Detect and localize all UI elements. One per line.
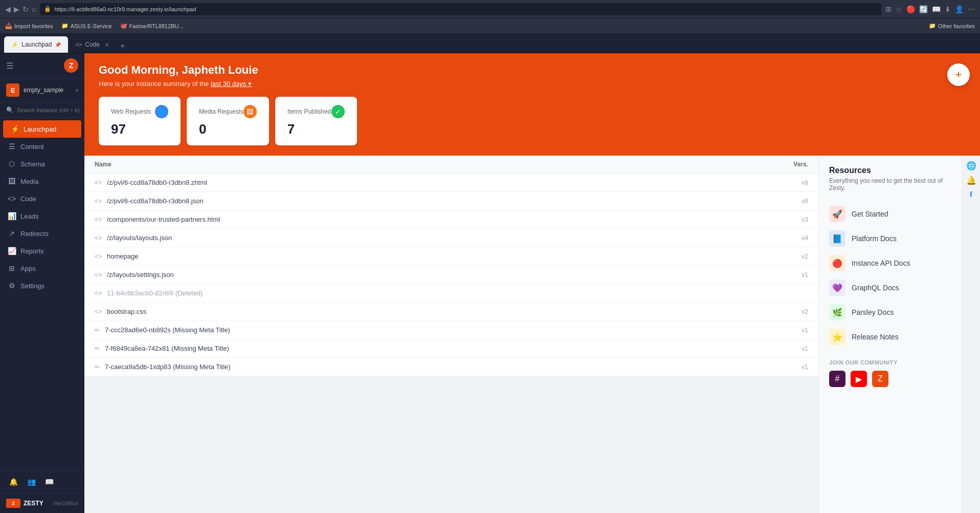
bookmark-icon[interactable]: ☆	[896, 5, 902, 13]
resource-parsley-docs[interactable]: 🌿 Parsley Docs	[829, 300, 951, 325]
resource-instance-api-docs[interactable]: 🔴 Instance API Docs	[829, 251, 951, 275]
lock-icon: 🔒	[44, 6, 51, 12]
bell-icon[interactable]: 🔔	[966, 176, 976, 185]
stat-card-media-requests: Media Requests 🖼 0	[187, 97, 269, 145]
download-icon[interactable]: ⬇	[945, 5, 951, 13]
table-row[interactable]: <> /z/pvl/6-ccd8a78db0-r3dbn8.zhtml v8	[84, 174, 818, 192]
leads-nav-label: Leads	[20, 212, 38, 220]
media-nav-label: Media	[20, 178, 38, 185]
content-area: Good Morning, Japheth Louie Here is your…	[84, 53, 980, 513]
resources-title: Resources	[829, 166, 951, 175]
help-icon[interactable]: 📖	[42, 475, 57, 489]
code-icon: <>	[95, 198, 102, 205]
table-row[interactable]: ✏ 7-ccc28ad6e0-nb892s (Missing Meta Titl…	[84, 321, 818, 339]
file-vers: v1	[777, 364, 808, 371]
add-button[interactable]: +	[947, 63, 970, 86]
code-icon: <>	[95, 234, 102, 242]
items-published-icon: ✓	[331, 105, 345, 118]
instance-selector[interactable]: E empty_sample ▾	[0, 78, 84, 102]
home-button[interactable]: ⌂	[32, 5, 36, 13]
table-row[interactable]: <> /components/our-trusted-partners.html…	[84, 210, 818, 229]
code-icon: <>	[95, 290, 102, 297]
blog-icon[interactable]: Z	[872, 371, 888, 387]
sidebar-item-redirects[interactable]: ↗ Redirects	[0, 225, 84, 242]
table-row[interactable]: ✏ 7-caeca9a5db-1xdp83 (Missing Meta Titl…	[84, 358, 818, 376]
resource-release-notes[interactable]: ⭐ Release Notes	[829, 325, 951, 349]
search-box[interactable]: 🔍	[0, 102, 84, 118]
hamburger-menu[interactable]: ☰	[6, 61, 13, 71]
globe-icon[interactable]: 🌐	[966, 161, 976, 170]
resource-graphql-docs[interactable]: 💜 GraphQL Docs	[829, 275, 951, 300]
table-row[interactable]: <> homepage v2	[84, 247, 818, 266]
table-row[interactable]: <> /z/layouts/settings.json v1	[84, 266, 818, 284]
code-nav-label: Code	[20, 195, 36, 203]
bookmark-import-favorites[interactable]: 📥 Import favorites	[5, 23, 53, 29]
sidebar-item-content[interactable]: ☰ Content	[0, 138, 84, 155]
profile-icon[interactable]: 👤	[955, 5, 964, 13]
slack-icon[interactable]: #	[829, 371, 845, 387]
table-row[interactable]: <> /z/layouts/layouts.json v4	[84, 229, 818, 247]
other-folder-icon: 📁	[929, 23, 936, 29]
url-bar[interactable]: 🔒 https://8-acbfed86a0-nc10r9.manager.ze…	[40, 3, 881, 15]
new-tab-button[interactable]: +	[116, 39, 129, 53]
notification-icon[interactable]: 🔔	[6, 475, 21, 489]
url-text: https://8-acbfed86a0-nc10r9.manager.zest…	[54, 6, 196, 12]
bookmark-other-favorites[interactable]: 📁 Other favorites	[929, 23, 975, 29]
tab-bar: ⚡ Launchpad 📌 <> Code ✕ +	[0, 34, 980, 53]
bookmark-asus[interactable]: 📁 ASUS E-Service	[61, 23, 112, 29]
code-icon: <>	[95, 308, 102, 315]
col-header-vers: Vers.	[777, 161, 808, 168]
sidebar-item-leads[interactable]: 📊 Leads	[0, 207, 84, 225]
users-icon[interactable]: 👥	[24, 475, 39, 489]
bookmark-fastoe[interactable]: 🐙 Fastoe/RTL8812BU...	[120, 23, 184, 29]
table-row[interactable]: ✏ 7-f6849ca8ea-742x81 (Missing Meta Titl…	[84, 339, 818, 358]
fastoe-label: Fastoe/RTL8812BU...	[129, 23, 184, 29]
sidebar-item-code[interactable]: <> Code	[0, 190, 84, 207]
launchpad-nav-label: Launchpad	[24, 125, 56, 133]
banner-period-link[interactable]: last 30 days ▾	[211, 80, 252, 88]
code-icon: <>	[95, 179, 102, 186]
extensions-icon[interactable]: ⊞	[885, 5, 892, 13]
file-name: 7-ccc28ad6e0-nb892s (Missing Meta Title)	[105, 326, 777, 334]
launchpad-nav-icon: ⚡	[10, 125, 19, 133]
resource-get-started[interactable]: 🚀 Get Started	[829, 202, 951, 226]
sidebar-item-schema[interactable]: ⬡ Schema	[0, 155, 84, 173]
code-tab-close[interactable]: ✕	[105, 42, 109, 48]
sidebar-item-apps[interactable]: ⊞ Apps	[0, 260, 84, 277]
zesty-ext-icon[interactable]: 🔴	[906, 5, 915, 13]
stat-value-web: 97	[111, 121, 168, 137]
youtube-icon[interactable]: ▶	[851, 371, 867, 387]
tab-launchpad[interactable]: ⚡ Launchpad 📌	[4, 36, 68, 53]
refresh-icon[interactable]: 🔄	[919, 5, 928, 13]
table-row[interactable]: <> /z/pvl/6-ccd8a78db0-r3dbn8.json v8	[84, 192, 818, 210]
stat-label-items: Items Published	[287, 108, 331, 115]
tab-code[interactable]: <> Code ✕	[68, 36, 116, 53]
back-button[interactable]: ◀	[5, 5, 11, 13]
resource-platform-docs[interactable]: 📘 Platform Docs	[829, 226, 951, 251]
redirects-nav-icon: ↗	[7, 229, 16, 238]
get-started-label: Get Started	[852, 210, 888, 218]
sidebar-item-media[interactable]: 🖼 Media	[0, 173, 84, 190]
facebook-icon[interactable]: f	[970, 190, 972, 199]
search-icon: 🔍	[6, 106, 14, 114]
reload-button[interactable]: ↻	[23, 5, 29, 13]
file-list-area: Name Vers. <> /z/pvl/6-ccd8a78db0-r3dbn8…	[84, 156, 818, 513]
more-icon[interactable]: ⋯	[968, 5, 975, 13]
github-icon: 🐙	[120, 23, 127, 29]
redirects-nav-label: Redirects	[20, 230, 49, 238]
file-vers: v1	[777, 345, 808, 352]
table-row[interactable]: <> bootstrap.css v2	[84, 303, 818, 321]
table-row[interactable]: <> 11-b4c6b3acb0-d2r6l6 (Deleted)	[84, 284, 818, 303]
instance-avatar: E	[6, 83, 19, 97]
file-table-header: Name Vers.	[84, 156, 818, 174]
forward-button[interactable]: ▶	[14, 5, 19, 13]
search-input[interactable]	[17, 107, 87, 113]
sidebar-item-launchpad[interactable]: ⚡ Launchpad	[3, 120, 81, 138]
code-icon: <>	[95, 253, 102, 260]
launchpad-pin-icon[interactable]: 📌	[55, 42, 61, 48]
banner-subtitle-text: Here is your instance summary of the	[99, 80, 209, 88]
code-tab-icon: <>	[75, 41, 82, 48]
sidebar-item-reports[interactable]: 📈 Reports	[0, 242, 84, 260]
reader-mode-icon[interactable]: 📖	[932, 5, 941, 13]
sidebar-item-settings[interactable]: ⚙ Settings	[0, 277, 84, 294]
